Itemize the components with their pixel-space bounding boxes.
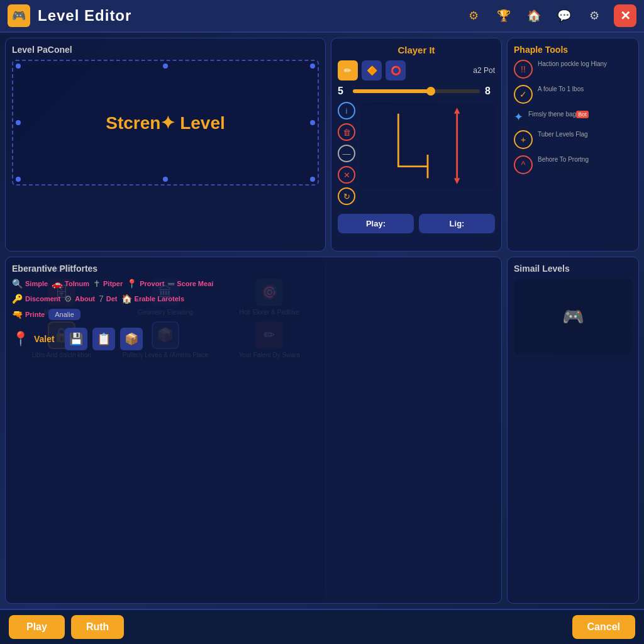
- layer-input-row: 5 8: [338, 86, 495, 97]
- layer-panel-title: Clayer It: [338, 45, 495, 55]
- app-title: Level Editor: [38, 7, 131, 25]
- filter-label-tolnum: Tolnum: [65, 280, 89, 287]
- rotate-button[interactable]: ↻: [338, 187, 355, 205]
- level-canvas: Stcren✦ Level: [12, 60, 319, 186]
- title-right: ⚙ 🏆 🏠 💬 ⚙ ✕: [463, 4, 636, 27]
- bottom-bar: Play Ruth Cancel: [0, 609, 644, 644]
- svg-marker-1: [454, 108, 460, 113]
- score-icon: ═: [168, 279, 174, 289]
- info-button[interactable]: i: [338, 102, 355, 119]
- tool-icon-3[interactable]: +: [514, 130, 533, 149]
- ctrl-row-minus: —: [338, 145, 355, 162]
- tool-icon-2[interactable]: ✦: [514, 110, 523, 124]
- bottom-bar-left: Play Ruth: [9, 615, 124, 639]
- action-icon-group: 💾 📋 📦: [65, 328, 143, 350]
- level-panel-title: Level PaConel: [12, 45, 319, 55]
- corner-dot-mr: [310, 120, 315, 125]
- tool-item-1: ✓ A foule To 1 lbos: [514, 85, 632, 104]
- filter-erable[interactable]: 🏠 Erable Larotels: [121, 294, 184, 304]
- filter-provort[interactable]: 📍 Provort: [126, 279, 164, 289]
- ctrl-row-info: i: [338, 102, 355, 119]
- layer-slider[interactable]: [353, 89, 480, 93]
- seven-icon: 7: [99, 294, 104, 304]
- tool-label-3: Tuber Levels Flag: [538, 130, 588, 138]
- corner-dot-bm: [163, 177, 168, 182]
- play-btn[interactable]: Play:: [338, 214, 414, 233]
- minus-button[interactable]: —: [338, 145, 355, 162]
- ctrl-row-trash: 🗑: [338, 123, 355, 141]
- layer-toolbar: ✏ 🔶 ⭕ a2 Pot: [338, 60, 495, 80]
- level-canvas-label: Stcren✦ Level: [106, 113, 225, 133]
- tool-icon-4[interactable]: ^: [514, 155, 533, 174]
- filter-label-provort: Provort: [140, 280, 164, 287]
- tools-panel: Phaple Tools !! Haction pockle log Hlany…: [507, 38, 639, 252]
- layer-controls: i 🗑 — ✕ ↻: [338, 102, 355, 205]
- tool-item-0: !! Haction pockle log Hlany: [514, 60, 632, 79]
- filter-score[interactable]: ═ Score Meai: [168, 279, 213, 289]
- cancel-button[interactable]: Cancel: [572, 615, 635, 639]
- search-icon: 🔍: [12, 279, 23, 289]
- ctrl-row-x: ✕: [338, 166, 355, 184]
- save-icon-btn[interactable]: 💾: [65, 328, 87, 350]
- action-main: 📍 Valet: [12, 331, 55, 347]
- filter-printe[interactable]: 🔫 Printe: [12, 309, 45, 320]
- filter-label-erable: Erable Larotels: [135, 295, 184, 303]
- svg-marker-2: [454, 178, 460, 184]
- filter-label-about: About: [75, 295, 95, 303]
- filter-tolnum[interactable]: 🚗 Tolnum: [52, 279, 89, 289]
- close-button[interactable]: ✕: [614, 4, 636, 27]
- lig-btn[interactable]: Lig:: [419, 214, 495, 233]
- small-levels-title: Simail Levels: [514, 264, 632, 274]
- valet-icon: 📍: [12, 331, 29, 347]
- main-area: Level PaConel Stcren✦ Level Clayer It ✏ …: [0, 33, 644, 609]
- filter-pitper[interactable]: ✝ Pitper: [93, 279, 123, 289]
- tool-icon-1[interactable]: ✓: [514, 85, 533, 104]
- tool-item-2: ✦ Fimsly thene bagBot: [514, 110, 632, 124]
- filter-about[interactable]: ⚙ About: [64, 294, 95, 304]
- slider-max: 8: [485, 86, 495, 97]
- filter-label-discoment: Discoment: [25, 295, 60, 303]
- layer-panel: Clayer It ✏ 🔶 ⭕ a2 Pot 5 8 i 🗑: [331, 38, 502, 252]
- gear-icon-btn[interactable]: ⚙: [584, 5, 605, 26]
- circle-tool-btn[interactable]: ⭕: [386, 60, 406, 80]
- filter-det[interactable]: 7 Det: [99, 294, 118, 304]
- shape-tool-btn[interactable]: 🔶: [362, 60, 382, 80]
- diagram-svg: [360, 102, 495, 190]
- key-icon: 🔑: [12, 294, 23, 304]
- filter-label-simple: Simple: [25, 280, 48, 287]
- home-icon-btn[interactable]: 🏠: [523, 5, 545, 26]
- small-levels-panel: Simail Levels 🎮: [507, 257, 639, 604]
- bottom-section-title: Eberantive Plitfortes: [12, 264, 495, 274]
- filter-row-3: 🔫 Printe Analie: [12, 309, 495, 320]
- play-button[interactable]: Play: [9, 615, 65, 639]
- car-icon: 🚗: [52, 279, 62, 289]
- home-small-icon: 🏠: [121, 294, 132, 304]
- app-icon: 🎮: [8, 4, 30, 27]
- package-icon-btn[interactable]: 📦: [120, 328, 143, 350]
- rush-button[interactable]: Ruth: [71, 615, 124, 639]
- trophy-icon-btn[interactable]: 🏆: [493, 5, 514, 26]
- small-levels-thumbnail: 🎮: [514, 279, 632, 354]
- tool-icon-0[interactable]: !!: [514, 60, 533, 79]
- chat-icon-btn[interactable]: 💬: [553, 5, 575, 26]
- level-panel: Level PaConel Stcren✦ Level: [5, 38, 326, 252]
- gun-icon: 🔫: [12, 309, 23, 319]
- pencil-tool-btn[interactable]: ✏: [338, 60, 358, 80]
- corner-dot-br: [310, 177, 315, 182]
- filter-discoment[interactable]: 🔑 Discoment: [12, 294, 60, 304]
- valet-label: Valet: [34, 334, 55, 344]
- filter-label-score: Score Meai: [177, 280, 213, 287]
- close-circle-button[interactable]: ✕: [338, 166, 355, 184]
- settings-icon-btn[interactable]: ⚙: [463, 5, 484, 26]
- clipboard-icon-btn[interactable]: 📋: [92, 328, 115, 350]
- filter-analie[interactable]: Analie: [48, 309, 80, 320]
- filter-simple[interactable]: 🔍 Simple: [12, 279, 48, 289]
- tool-label-0: Haction pockle log Hlany: [538, 60, 607, 68]
- layer-btn-row: Play: Lig:: [338, 214, 495, 233]
- corner-dot-tl: [16, 64, 21, 69]
- tool-label-4: Behore To Prortng: [538, 155, 589, 164]
- slider-thumb: [426, 87, 435, 96]
- trash-button[interactable]: 🗑: [338, 123, 355, 141]
- filter-row-2: 🔑 Discoment ⚙ About 7 Det 🏠 Erable Larot…: [12, 294, 495, 304]
- layer-main-area: i 🗑 — ✕ ↻: [338, 102, 495, 209]
